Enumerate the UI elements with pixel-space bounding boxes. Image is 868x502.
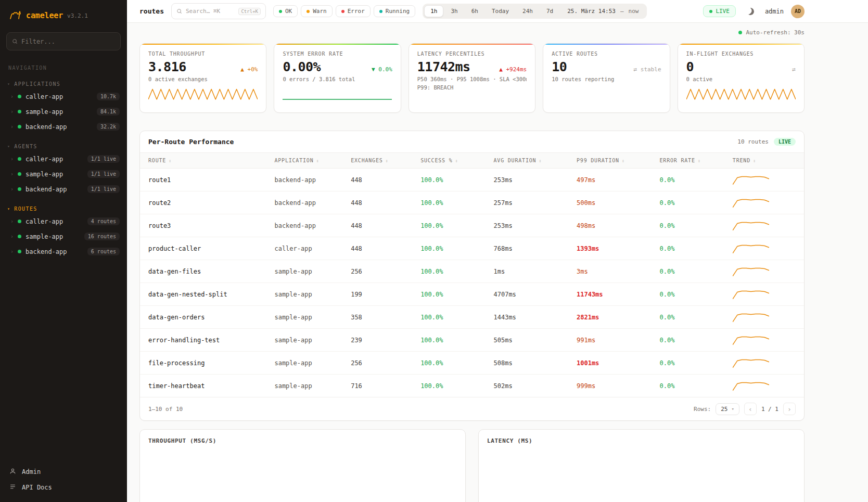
sidebar-item[interactable]: › sample-app 16 routes: [0, 229, 127, 244]
chart-title: LATENCY (MS): [487, 437, 796, 444]
panel-meta: 10 routes LIVE: [737, 138, 796, 146]
table-row[interactable]: file-processing sample-app 256 100.0% 50…: [140, 352, 804, 375]
kpi-sparkline: [283, 86, 392, 104]
kpi-card: ACTIVE ROUTES 10 ⇄ stable 10 routes repo…: [543, 43, 670, 113]
search-input[interactable]: [186, 8, 235, 15]
column-header-label: SUCCESS %: [420, 158, 452, 163]
dark-mode-toggle[interactable]: [743, 4, 758, 19]
live-status-badge[interactable]: LIVE: [703, 5, 736, 17]
table-row[interactable]: product-caller caller-app 448 100.0% 768…: [140, 237, 804, 260]
column-header[interactable]: ERROR RATE↕: [652, 153, 724, 169]
trend-sparkline: [724, 169, 804, 191]
status-filter-chip[interactable]: OK: [273, 5, 298, 17]
route-name-cell: route2: [140, 191, 266, 214]
sidebar-section-title[interactable]: ▾ AGENTS: [0, 141, 127, 151]
sidebar-item-badge: 1/1 live: [87, 185, 120, 193]
table-row[interactable]: data-gen-orders sample-app 358 100.0% 14…: [140, 306, 804, 329]
kpi-sparkline: [148, 86, 258, 104]
rows-per-page-select[interactable]: 25 ▾: [716, 403, 739, 415]
route-table-body: route1 backend-app 448 100.0% 253ms 497m…: [140, 169, 804, 397]
sidebar-item[interactable]: › caller-app 4 routes: [0, 214, 127, 229]
table-row[interactable]: route3 backend-app 448 100.0% 253ms 498m…: [140, 214, 804, 237]
error-rate-cell: 0.0%: [652, 375, 724, 397]
column-header-label: APPLICATION: [274, 158, 313, 163]
sidebar-item[interactable]: › sample-app 1/1 live: [0, 166, 127, 182]
column-header-label: EXCHANGES: [351, 158, 382, 163]
sidebar-item[interactable]: › caller-app 1/1 live: [0, 151, 127, 166]
success-rate-cell: 100.0%: [412, 237, 485, 260]
application-cell: sample-app: [266, 306, 342, 329]
kpi-value: 3.816: [148, 59, 186, 74]
trend-sparkline: [724, 237, 804, 260]
status-filter-chip[interactable]: Running: [374, 5, 415, 17]
auto-refresh-status: Auto-refresh: 30s: [139, 29, 805, 36]
application-cell: backend-app: [266, 169, 342, 191]
page-title: routes: [139, 7, 164, 15]
sidebar-item[interactable]: › backend-app 1/1 live: [0, 182, 127, 197]
sidebar-item-label: backend-app: [25, 186, 67, 193]
prev-page-button[interactable]: ‹: [744, 403, 757, 415]
next-page-button[interactable]: ›: [783, 403, 796, 415]
time-range-button[interactable]: 6h: [465, 5, 484, 17]
date-range[interactable]: 25. März 14:53 — now: [560, 8, 645, 15]
sidebar-item-api-docs[interactable]: API Docs: [9, 483, 118, 492]
kpi-subtitle: 0 active exchanges: [148, 76, 258, 82]
chip-label: Warn: [313, 8, 327, 15]
table-row[interactable]: data-gen-nested-split sample-app 199 100…: [140, 283, 804, 306]
column-header[interactable]: EXCHANGES↕: [342, 153, 412, 169]
success-rate-cell: 100.0%: [412, 169, 485, 191]
column-header[interactable]: APPLICATION↕: [266, 153, 342, 169]
sidebar-filter-box[interactable]: [6, 32, 121, 50]
column-header-label: TREND: [733, 158, 750, 163]
sidebar-item-admin[interactable]: Admin: [9, 468, 118, 476]
sidebar-item[interactable]: › backend-app 32.2k: [0, 119, 127, 134]
trend-sparkline: [724, 283, 804, 306]
column-header[interactable]: AVG DURATION↕: [486, 153, 569, 169]
route-name-cell: product-caller: [140, 237, 266, 260]
chevron-right-icon: ›: [10, 234, 14, 239]
time-range-button[interactable]: 3h: [444, 5, 464, 17]
chip-label: Running: [386, 8, 410, 15]
sidebar-item[interactable]: › backend-app 6 routes: [0, 244, 127, 259]
time-range-button[interactable]: 1h: [424, 5, 443, 17]
sidebar-item-badge: 32.2k: [97, 123, 120, 131]
status-dot-icon: [279, 10, 282, 13]
sidebar-section-title[interactable]: ▾ ROUTES: [0, 204, 127, 214]
time-range-button[interactable]: 24h: [516, 5, 539, 17]
chip-label: OK: [285, 8, 292, 15]
table-row[interactable]: route2 backend-app 448 100.0% 257ms 500m…: [140, 191, 804, 214]
docs-icon: [9, 483, 16, 492]
table-row[interactable]: data-gen-files sample-app 256 100.0% 1ms…: [140, 260, 804, 283]
username: admin: [765, 8, 784, 15]
sidebar-item[interactable]: › caller-app 10.7k: [0, 89, 127, 104]
status-filter-chip[interactable]: Error: [336, 5, 371, 17]
avg-duration-cell: 253ms: [486, 214, 569, 237]
status-dot-icon: [18, 187, 21, 191]
column-header[interactable]: ROUTE↕: [140, 153, 266, 169]
table-row[interactable]: error-handling-test sample-app 239 100.0…: [140, 329, 804, 352]
search-box[interactable]: Ctrl+K: [171, 3, 266, 19]
column-header[interactable]: SUCCESS %↕: [412, 153, 485, 169]
sidebar-section-title[interactable]: ▾ APPLICATIONS: [0, 79, 127, 89]
sidebar-filter-input[interactable]: [21, 38, 115, 45]
table-row[interactable]: timer-heartbeat sample-app 716 100.0% 50…: [140, 375, 804, 397]
sidebar-item-badge: 1/1 live: [87, 170, 120, 178]
kpi-value-row: 3.816 ▲ +0%: [148, 59, 258, 74]
sidebar-item[interactable]: › sample-app 84.1k: [0, 104, 127, 119]
sort-icon: ↕: [386, 158, 389, 163]
pagination-controls: Rows: 25 ▾ ‹ 1 / 1 ›: [694, 403, 796, 415]
table-row[interactable]: route1 backend-app 448 100.0% 253ms 497m…: [140, 169, 804, 191]
column-header[interactable]: TREND↕: [724, 153, 804, 169]
column-header[interactable]: P99 DURATION↕: [568, 153, 652, 169]
success-rate-cell: 100.0%: [412, 352, 485, 375]
kpi-delta: ⇄: [792, 66, 796, 73]
avatar[interactable]: AD: [791, 5, 805, 18]
kpi-subtitle: 0 errors / 3.816 total: [283, 76, 392, 82]
time-range-button[interactable]: 7d: [540, 5, 559, 17]
application-cell: sample-app: [266, 352, 342, 375]
app-version: v3.2.1: [67, 12, 88, 19]
status-filter-chip[interactable]: Warn: [301, 5, 333, 17]
trend-sparkline: [724, 214, 804, 237]
time-range-buttons: 1h 3h 6h Today 24h 7d: [424, 5, 559, 17]
time-range-button[interactable]: Today: [486, 5, 515, 17]
